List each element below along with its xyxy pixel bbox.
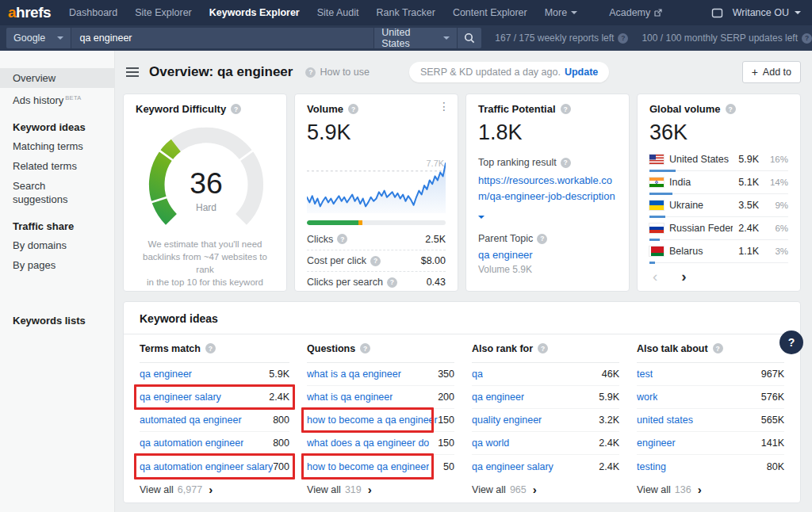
- country-name[interactable]: United States: [669, 154, 733, 165]
- keyword-link[interactable]: engineer: [637, 437, 676, 449]
- help-icon[interactable]: ?: [205, 343, 216, 353]
- country-name[interactable]: India: [669, 177, 733, 188]
- view-all-count: 136: [675, 484, 691, 495]
- country-name[interactable]: Belarus: [669, 246, 733, 257]
- keyword-row: work576K: [637, 386, 784, 409]
- keyword-link[interactable]: what does a qa engineer do: [307, 437, 429, 449]
- keyword-link[interactable]: qa engineer salary: [140, 392, 221, 403]
- view-all-also-talk-about[interactable]: View all136›: [637, 484, 784, 495]
- keyword-link[interactable]: qa automation engineer: [140, 437, 243, 449]
- keyword-link[interactable]: united states: [637, 415, 693, 426]
- help-icon[interactable]: ?: [561, 104, 571, 114]
- nav-item-academy[interactable]: Academy: [600, 0, 671, 25]
- keyword-link[interactable]: qa world: [472, 437, 509, 449]
- sidebar-item-matching-terms[interactable]: Matching terms: [0, 136, 114, 156]
- keyword-column-also-talk-about: Also talk about?test967Kwork576Kunited s…: [637, 334, 784, 495]
- nav-item-dashboard[interactable]: Dashboard: [60, 0, 126, 25]
- prev-page-icon[interactable]: ‹: [653, 269, 657, 285]
- sidebar-item-by-pages[interactable]: By pages: [0, 255, 114, 275]
- how-to-use-link[interactable]: ? How to use: [305, 67, 370, 78]
- keyword-link[interactable]: what is qa engineer: [307, 392, 393, 403]
- keyword-link[interactable]: test: [637, 369, 653, 380]
- keyword-row: qa engineer5.9K: [472, 386, 619, 409]
- help-icon[interactable]: ?: [387, 277, 397, 288]
- serp-updates-text: 100 / 100 monthly SERP updates left: [642, 32, 798, 44]
- nav-item-content-explorer[interactable]: Content Explorer: [444, 0, 536, 25]
- nav-item-site-audit[interactable]: Site Audit: [308, 0, 368, 25]
- column-header-label: Also rank for: [472, 343, 533, 354]
- keyword-link[interactable]: testing: [637, 461, 666, 472]
- help-icon[interactable]: ?: [561, 158, 571, 168]
- sidebar-item-ads-history[interactable]: Ads historyBETA: [0, 88, 114, 110]
- help-icon[interactable]: ?: [337, 234, 347, 244]
- update-link[interactable]: Update: [565, 67, 598, 78]
- help-icon[interactable]: ?: [348, 104, 358, 114]
- view-all-also-rank-for[interactable]: View all965›: [472, 484, 619, 495]
- keyword-link[interactable]: what is a qa engineer: [307, 369, 401, 380]
- keyword-link[interactable]: how to become a qa engineer: [307, 415, 438, 426]
- search-button[interactable]: [457, 28, 481, 48]
- sidebar-header-keywords-lists: Keywords lists: [0, 304, 114, 330]
- parent-topic-label: Parent Topic ?: [478, 233, 617, 244]
- help-icon[interactable]: ?: [726, 104, 736, 114]
- kebab-menu-icon[interactable]: ⋮: [439, 101, 450, 112]
- keyword-row: qa automation engineer800: [140, 432, 289, 455]
- keyword-volume: 700: [273, 461, 289, 472]
- next-page-icon[interactable]: ›: [681, 269, 686, 285]
- chevron-right-icon: ›: [209, 485, 213, 495]
- help-icon[interactable]: ?: [231, 104, 241, 114]
- nav-item-rank-tracker[interactable]: Rank Tracker: [368, 0, 444, 25]
- keyword-row: what does a qa engineer do150: [307, 432, 454, 455]
- external-link-icon: [654, 9, 662, 17]
- traffic-potential-title: Traffic Potential: [478, 103, 556, 115]
- help-icon: ?: [305, 67, 316, 78]
- caret-down-icon: [571, 11, 577, 14]
- keyword-link[interactable]: qa engineer: [140, 369, 192, 380]
- help-icon[interactable]: ?: [537, 234, 547, 244]
- keyword-search-input[interactable]: [71, 28, 373, 48]
- column-header-also-talk-about: Also talk about?: [637, 334, 784, 363]
- search-engine-dropdown[interactable]: Google: [6, 28, 71, 48]
- country-name[interactable]: Ukraine: [669, 200, 733, 211]
- help-icon[interactable]: ?: [618, 33, 628, 44]
- help-icon[interactable]: ?: [360, 343, 370, 353]
- parent-topic-link[interactable]: qa engineer: [478, 249, 617, 261]
- search-engine-value: Google: [13, 32, 45, 44]
- top-ranking-result-link[interactable]: https://resources.workable.com/qa-engine…: [478, 173, 617, 204]
- help-icon[interactable]: ?: [802, 33, 812, 44]
- sidebar-item-related-terms[interactable]: Related terms: [0, 156, 114, 176]
- keyword-row: how to become qa engineer50: [307, 455, 454, 478]
- keyword-link[interactable]: qa automation engineer salary: [140, 461, 273, 472]
- nav-item-more[interactable]: More: [536, 0, 586, 25]
- expand-result-caret[interactable]: [478, 209, 488, 221]
- nav-item-keywords-explorer[interactable]: Keywords Explorer: [201, 0, 308, 25]
- chat-icon[interactable]: [711, 7, 723, 19]
- keyword-link[interactable]: qa engineer: [472, 392, 524, 403]
- sidebar-item-by-domains[interactable]: By domains: [0, 235, 114, 255]
- country-dropdown[interactable]: United States: [373, 28, 457, 48]
- account-menu[interactable]: Writance OU: [733, 7, 801, 18]
- keyword-link[interactable]: quality engineer: [472, 415, 542, 426]
- keyword-ideas-title: Keyword ideas: [124, 302, 800, 334]
- view-all-questions[interactable]: View all319›: [307, 484, 454, 495]
- add-to-button[interactable]: + Add to: [742, 61, 801, 83]
- keyword-link[interactable]: automated qa engineer: [140, 415, 242, 426]
- volume-card: ⋮ Volume ? 5.9K 7.7K: [294, 94, 458, 292]
- help-icon[interactable]: ?: [713, 343, 723, 353]
- help-fab-button[interactable]: ?: [779, 331, 803, 354]
- keyword-link[interactable]: qa engineer salary: [472, 461, 553, 472]
- nav-item-site-explorer[interactable]: Site Explorer: [126, 0, 201, 25]
- view-all-terms-match[interactable]: View all6,977›: [140, 484, 289, 495]
- keyword-link[interactable]: qa: [472, 369, 483, 380]
- keyword-row: how to become a qa engineer150: [307, 409, 454, 432]
- ahrefs-logo[interactable]: ahrefs: [8, 4, 51, 21]
- help-icon[interactable]: ?: [538, 343, 548, 353]
- menu-icon[interactable]: [126, 67, 139, 77]
- keyword-link[interactable]: how to become qa engineer: [307, 461, 429, 472]
- sidebar-item-search-suggestions[interactable]: Search suggestions: [0, 176, 114, 209]
- help-icon[interactable]: ?: [370, 256, 381, 266]
- sidebar-item-overview[interactable]: Overview: [0, 68, 114, 88]
- country-name[interactable]: Russian Federation: [669, 223, 733, 234]
- keyword-link[interactable]: work: [637, 392, 657, 403]
- keyword-row: qa engineer salary2.4K: [472, 455, 619, 478]
